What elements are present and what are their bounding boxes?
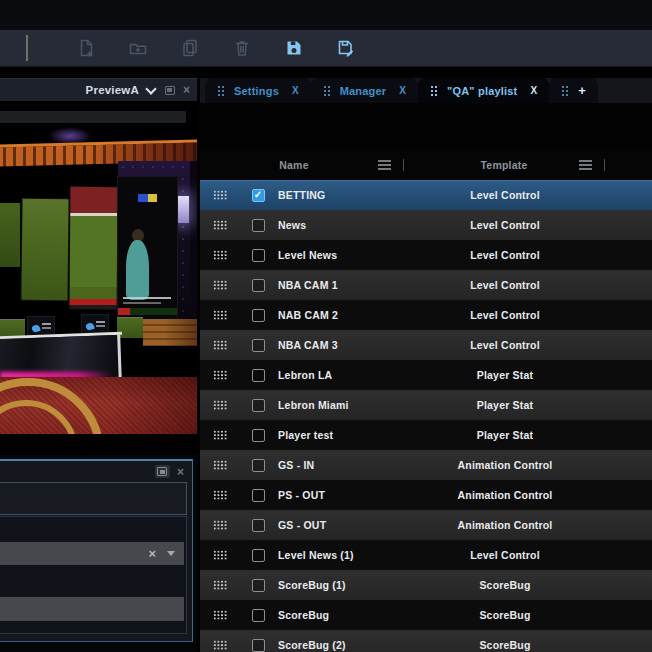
row-checkbox[interactable]	[252, 369, 265, 382]
row-checkbox[interactable]	[252, 399, 265, 412]
bottom-dock-panel: × ×	[0, 455, 197, 652]
table-row[interactable]: ScoreBug (1) ScoreBug	[200, 570, 652, 600]
row-checkbox-cell	[240, 489, 276, 502]
table-row[interactable]: News Level Control	[200, 210, 652, 240]
table-row[interactable]: ScoreBug (2) ScoreBug	[200, 630, 652, 652]
row-drag-handle[interactable]	[200, 550, 240, 560]
toolbar-buttons	[75, 37, 357, 59]
row-drag-handle[interactable]	[200, 310, 240, 320]
table-row[interactable]: GS - OUT Animation Control	[200, 510, 652, 540]
drag-handle-icon	[213, 610, 227, 620]
row-checkbox[interactable]	[252, 339, 265, 352]
column-menu-icon[interactable]	[378, 160, 391, 170]
close-panel-icon[interactable]: ×	[177, 466, 184, 478]
video-caption-line-1	[123, 297, 171, 299]
column-label-name: Name	[279, 159, 308, 171]
row-drag-handle[interactable]	[200, 580, 240, 590]
row-drag-handle[interactable]	[200, 460, 240, 470]
table-row[interactable]: NBA CAM 3 Level Control	[200, 330, 652, 360]
row-checkbox[interactable]	[252, 429, 265, 442]
drag-handle-icon	[213, 640, 227, 650]
row-checkbox[interactable]	[252, 519, 265, 532]
row-checkbox[interactable]	[252, 459, 265, 472]
new-file-button[interactable]	[75, 37, 97, 59]
tab-drag-handle-icon[interactable]	[561, 85, 569, 96]
row-checkbox-cell	[240, 189, 276, 202]
drag-handle-icon	[213, 580, 227, 590]
row-drag-handle[interactable]	[200, 250, 240, 260]
video-score-chip	[138, 194, 157, 202]
video-wood-fence	[143, 319, 197, 346]
tab-close-button[interactable]: X	[530, 85, 537, 96]
row-drag-handle[interactable]	[200, 640, 240, 650]
row-drag-handle[interactable]	[200, 370, 240, 380]
tab-drag-handle-icon[interactable]	[217, 85, 225, 96]
row-drag-handle[interactable]	[200, 400, 240, 410]
table-row[interactable]: Level News (1) Level Control	[200, 540, 652, 570]
row-name: BETTING	[276, 189, 405, 201]
row-drag-handle[interactable]	[200, 190, 240, 200]
row-checkbox[interactable]	[252, 309, 265, 322]
row-checkbox[interactable]	[252, 489, 265, 502]
tab-close-button[interactable]: X	[292, 85, 299, 96]
row-checkbox[interactable]	[252, 609, 265, 622]
table-row[interactable]: NBA CAM 1 Level Control	[200, 270, 652, 300]
tab[interactable]: Manager X	[311, 78, 418, 103]
row-drag-handle[interactable]	[200, 490, 240, 500]
row-checkbox[interactable]	[252, 249, 265, 262]
row-checkbox-cell	[240, 609, 276, 622]
row-drag-handle[interactable]	[200, 610, 240, 620]
row-checkbox[interactable]	[252, 279, 265, 292]
row-template: ScoreBug	[405, 639, 605, 651]
row-drag-handle[interactable]	[200, 340, 240, 350]
drag-handle-icon	[213, 250, 227, 260]
row-checkbox[interactable]	[252, 639, 265, 652]
clear-icon[interactable]: ×	[148, 547, 156, 560]
dropdown-field[interactable]: ×	[0, 542, 184, 565]
row-drag-handle[interactable]	[200, 520, 240, 530]
drag-handle-icon	[213, 460, 227, 470]
column-divider	[604, 159, 605, 171]
table-row[interactable]: Lebron Miami Player Stat	[200, 390, 652, 420]
tab-bar: Settings X Manager X "QA" playlist X +	[200, 78, 652, 103]
tab-drag-handle-icon[interactable]	[323, 85, 331, 96]
preview-video[interactable]: CO	[0, 101, 197, 456]
row-name: NBA CAM 3	[276, 339, 405, 351]
table-row[interactable]: BETTING Level Control	[200, 180, 652, 210]
row-checkbox[interactable]	[252, 219, 265, 232]
table-row[interactable]: PS - OUT Animation Control	[200, 480, 652, 510]
row-checkbox[interactable]	[252, 579, 265, 592]
tab-drag-handle-icon[interactable]	[430, 85, 438, 96]
row-drag-handle[interactable]	[200, 280, 240, 290]
table-row[interactable]: GS - IN Animation Control	[200, 450, 652, 480]
restore-panel-icon[interactable]	[165, 86, 175, 95]
table-row[interactable]: ScoreBug ScoreBug	[200, 600, 652, 630]
table-row[interactable]: NAB CAM 2 Level Control	[200, 300, 652, 330]
table-row[interactable]: Player test Player Stat	[200, 420, 652, 450]
restore-panel-button[interactable]	[155, 465, 170, 478]
save-as-button[interactable]	[335, 37, 357, 59]
duplicate-button[interactable]	[179, 37, 201, 59]
close-panel-icon[interactable]: ×	[183, 84, 190, 96]
table-row[interactable]: Level News Level Control	[200, 240, 652, 270]
tab-close-button[interactable]: X	[399, 85, 406, 96]
row-checkbox-cell	[240, 579, 276, 592]
video-wall-pillar	[190, 161, 197, 321]
tab[interactable]: Settings X	[205, 78, 311, 103]
save-button[interactable]	[283, 37, 305, 59]
row-checkbox[interactable]	[252, 189, 265, 202]
row-drag-handle[interactable]	[200, 430, 240, 440]
tab[interactable]: "QA" playlist X	[418, 78, 549, 103]
chevron-down-icon[interactable]	[145, 83, 156, 94]
caret-down-icon[interactable]	[167, 551, 175, 556]
row-checkbox[interactable]	[252, 549, 265, 562]
table-row[interactable]: Lebron LA Player Stat	[200, 360, 652, 390]
panel-gap	[200, 103, 652, 150]
delete-button[interactable]	[231, 37, 253, 59]
column-menu-icon[interactable]	[579, 160, 592, 170]
text-field[interactable]	[0, 597, 184, 621]
dock-empty-field[interactable]	[0, 482, 187, 515]
add-tab-button[interactable]: +	[549, 78, 598, 103]
new-folder-button[interactable]	[127, 37, 149, 59]
row-drag-handle[interactable]	[200, 220, 240, 230]
